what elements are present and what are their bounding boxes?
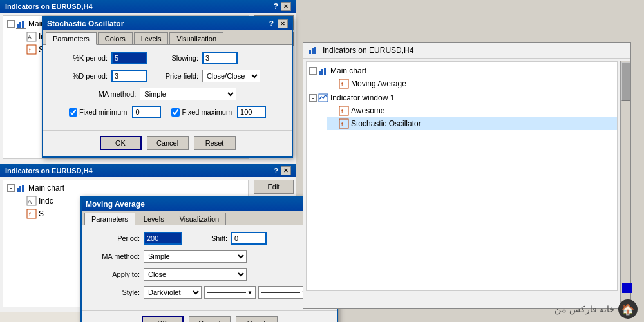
logo-area: خانه فارکس من 🏠: [554, 299, 638, 319]
bottom-edit-button[interactable]: Edit: [254, 180, 294, 194]
right-awesome-item[interactable]: f Awesome: [327, 104, 617, 117]
ma-applyto-select[interactable]: Close Open High Low Median Price: [144, 268, 247, 281]
right-indicators-title-text: Indicators on EURUSD,H4: [323, 46, 413, 55]
right-scrollbar[interactable]: [620, 61, 630, 310]
dperiod-label: %D period:: [50, 72, 108, 80]
svg-rect-2: [22, 21, 24, 28]
ma-buttons: OK Cancel Reset: [82, 310, 337, 322]
mamethod-label: MA method:: [99, 90, 137, 98]
bexpand-icon[interactable]: -: [7, 184, 15, 192]
right-stoch-item[interactable]: f Stochastic Oscillator: [327, 117, 617, 130]
ma-reset-button[interactable]: Reset: [236, 316, 278, 322]
ma-tab-visualization[interactable]: Visualization: [173, 213, 227, 225]
tab-visualization[interactable]: Visualization: [169, 32, 223, 44]
ma-style-label: Style:: [88, 289, 140, 296]
tab-parameters[interactable]: Parameters: [46, 32, 97, 45]
right-awesome-icon: f: [339, 106, 349, 116]
s-icon: f: [26, 44, 37, 55]
svg-rect-19: [321, 69, 323, 75]
stoch-cancel-button[interactable]: Cancel: [147, 136, 189, 150]
fixed-min-label: Fixed minimum: [79, 108, 128, 116]
main-chart-icon: [16, 19, 26, 29]
right-scrollbar-thumb[interactable]: [621, 62, 630, 101]
right-main-chart-icon: [318, 66, 328, 76]
right-ind-window-item[interactable]: - Indicator window 1: [307, 91, 617, 104]
stoch-tabs: Parameters Colors Levels Visualization: [43, 30, 292, 45]
ma-ok-button[interactable]: OK: [142, 316, 184, 322]
right-expand-main[interactable]: -: [309, 67, 317, 75]
line-style-select-1[interactable]: ▼: [204, 286, 256, 299]
stoch-title-label: Stochastic Oscillator: [47, 19, 124, 28]
fixed-max-checkbox[interactable]: [171, 108, 180, 117]
ma-mamethod-label: MA method:: [88, 252, 140, 260]
right-expand-indwindow[interactable]: -: [309, 94, 317, 102]
ma-tabs: Parameters Levels Visualization: [82, 211, 337, 225]
stoch-kperiod-row: %K period: Slowing:: [50, 52, 285, 64]
ma-period-input[interactable]: [144, 232, 182, 245]
ma-dialog: Moving Average ? ✕ Parameters Levels Vis…: [80, 196, 338, 322]
stoch-buttons: OK Cancel Reset: [43, 130, 292, 156]
fixed-min-checkbox[interactable]: [69, 108, 77, 117]
pricefield-select[interactable]: Close/Close Low/High: [202, 70, 260, 82]
right-tree-main-chart[interactable]: - Main chart: [307, 64, 617, 77]
ma-titlebar: Moving Average ? ✕: [82, 198, 337, 211]
stoch-reset-button[interactable]: Reset: [194, 136, 236, 150]
tab-levels[interactable]: Levels: [134, 32, 169, 44]
ma-tab-levels[interactable]: Levels: [137, 213, 171, 225]
mamethod-select[interactable]: Simple Exponential Smoothed Linear Weigh…: [140, 88, 236, 100]
slowing-input[interactable]: [202, 52, 238, 64]
right-stoch-label: Stochastic Oscillator: [351, 119, 421, 128]
top-indicators-question[interactable]: ?: [274, 2, 278, 11]
bottom-indicators-question[interactable]: ?: [274, 167, 278, 175]
stoch-content: %K period: Slowing: %D period: Price fie…: [43, 45, 292, 130]
stoch-title-buttons: ? ✕: [269, 19, 288, 28]
tab-colors[interactable]: Colors: [98, 32, 133, 44]
svg-text:f: f: [341, 121, 343, 128]
fixed-min-input[interactable]: [132, 106, 161, 118]
ma-mamethod-select[interactable]: Simple Exponential Smoothed Linear Weigh…: [144, 250, 247, 263]
stoch-ok-button[interactable]: OK: [100, 136, 142, 150]
btree-main-label: Main chart: [28, 184, 64, 193]
right-panel-icon: [308, 45, 319, 55]
top-indicators-close-button[interactable]: ✕: [281, 2, 291, 11]
b-indc-icon: A: [26, 196, 37, 206]
stoch-question-icon[interactable]: ?: [269, 19, 274, 28]
right-tree-container: - Main chart f Moving Average -: [306, 61, 618, 291]
blue-nav-button[interactable]: [622, 283, 632, 293]
expand-icon[interactable]: -: [7, 20, 15, 28]
svg-rect-8: [17, 188, 19, 192]
bottom-indicators-close-button[interactable]: ✕: [281, 166, 291, 175]
bottom-indicators-title-label: Indicators on EURUSD,H4: [5, 167, 93, 175]
ma-tab-parameters[interactable]: Parameters: [84, 213, 135, 225]
dperiod-input[interactable]: [111, 70, 147, 82]
pricefield-label: Price field:: [147, 72, 198, 80]
btree-main-chart[interactable]: - Main chart: [5, 182, 247, 194]
right-ma-icon: f: [339, 79, 349, 89]
fixed-min-checkbox-label: Fixed minimum: [69, 108, 128, 117]
svg-rect-16: [312, 48, 314, 54]
stoch-close-button[interactable]: ✕: [278, 19, 288, 28]
right-indicators-title: Indicators on EURUSD,H4: [303, 43, 630, 59]
ma-style-row: Style: DarkViolet Red Blue ▼ ▼: [88, 286, 330, 299]
stochastic-dialog: Stochastic Oscillator ? ✕ Parameters Col…: [42, 16, 293, 158]
ma-period-label: Period:: [88, 234, 140, 242]
right-ma-label: Moving Average: [351, 79, 406, 88]
right-panel-body: - Main chart f Moving Average -: [303, 61, 630, 310]
ma-title-label: Moving Average: [86, 200, 145, 209]
fixed-max-label: Fixed maximum: [182, 108, 232, 116]
line-style-select-2[interactable]: ▼: [258, 286, 310, 299]
ma-content: Period: Shift: MA method: Simple Exponen…: [82, 225, 337, 310]
ma-cancel-button[interactable]: Cancel: [189, 316, 231, 322]
fixed-max-input[interactable]: [237, 106, 266, 118]
right-stoch-icon: f: [339, 118, 349, 129]
kperiod-label: %K period:: [50, 54, 108, 62]
stoch-mamethod-row: MA method: Simple Exponential Smoothed L…: [50, 88, 285, 100]
ma-color-select[interactable]: DarkViolet Red Blue: [144, 286, 202, 299]
btree-indc-label: Indc: [39, 196, 53, 205]
kperiod-input[interactable]: [111, 52, 147, 64]
right-main-chart-label: Main chart: [330, 66, 366, 75]
ma-shift-input[interactable]: [231, 232, 267, 245]
right-awesome-label: Awesome: [351, 106, 384, 115]
right-moving-average-item[interactable]: f Moving Average: [327, 77, 617, 90]
svg-rect-18: [319, 71, 321, 75]
